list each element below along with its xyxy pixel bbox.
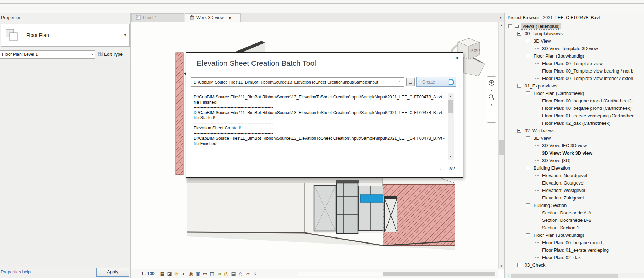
view-scale[interactable]: 1 : 100 — [141, 271, 155, 276]
shadows-icon[interactable]: ◐ — [181, 271, 187, 277]
tree-item[interactable]: Floor Plan (Bouwkundig) — [505, 231, 644, 239]
tree-item[interactable]: Floor Plan: 00_begane grond (Carthotheek… — [505, 97, 644, 105]
close-icon[interactable]: × — [229, 15, 232, 21]
tab-list-dropdown-icon[interactable]: ▾ — [499, 15, 502, 20]
tree-item[interactable]: Section: Section 1 — [505, 224, 644, 231]
hide-analytical-model-icon[interactable]: ◇ — [238, 271, 244, 277]
scroll-down-icon[interactable]: ▼ — [499, 263, 504, 269]
temporary-view-properties-icon[interactable]: ▤ — [231, 271, 237, 277]
log-scrollbar[interactable]: ▲ ▼ — [448, 93, 454, 160]
temporary-hide-isolate-icon[interactable]: ∞ — [216, 271, 222, 277]
tree-item[interactable]: Floor Plan: 02_dak (Carthotheek) — [505, 119, 644, 127]
tree-item[interactable]: Floor Plan: 01_eerste verdieping (Cartho… — [505, 112, 644, 119]
type-selector[interactable]: Floor Plan ▾ — [1, 24, 130, 47]
browse-button[interactable]: ... — [406, 78, 415, 86]
properties-panel: Properties Floor Plan ▾ Floor Plan: Leve… — [0, 13, 131, 278]
crop-view-icon[interactable]: ▣ — [195, 271, 201, 277]
tree-item[interactable]: Section: Doorsnede A-A — [505, 209, 644, 216]
tree-item[interactable]: 00_Templateviews — [505, 30, 644, 37]
tree-item[interactable]: Floor Plan: 00_Template view — [505, 60, 644, 67]
canvas-horizontal-scrollbar[interactable] — [298, 272, 496, 276]
zoom-icon[interactable] — [488, 94, 495, 102]
tree-item[interactable]: 3D View: Work 3D view — [505, 149, 644, 157]
instance-selector[interactable]: Floor Plan: Level 1 ▾ — [0, 50, 95, 59]
chevron-down-icon[interactable]: ▾ — [491, 104, 492, 106]
tree-item[interactable]: Elevation: Zuidgevel — [505, 194, 644, 202]
lock-view-icon[interactable]: ◫ — [209, 271, 215, 277]
control-bar-expand-arrow[interactable]: < — [254, 271, 256, 276]
tree-item[interactable]: Floor Plan: 01_eerste verdieping — [505, 246, 644, 254]
tree-item[interactable]: Elevation: Oostgevel — [505, 179, 644, 187]
tree-item[interactable]: Floor Plan: 00_Template view interior / … — [505, 75, 644, 82]
scroll-up-icon[interactable]: ▲ — [499, 22, 504, 28]
tree-item[interactable]: Views (Tekenplus) — [505, 22, 644, 30]
tree-item-label: Floor Plan: 00_begane grond (Carthotheek… — [541, 98, 634, 104]
tree-item[interactable]: Floor Plan (Bouwkundig) — [505, 52, 644, 60]
collapse-icon[interactable] — [517, 32, 521, 36]
steering-wheel-icon[interactable] — [488, 80, 495, 87]
tree-item[interactable]: 03_Check — [505, 261, 644, 269]
canvas-vertical-scrollbar[interactable]: ▲ ▼ — [498, 22, 504, 269]
tree-item[interactable]: 01_Exportviews — [505, 82, 644, 90]
edit-type-button[interactable]: Edit Type — [98, 52, 123, 57]
tree-item[interactable]: Elevation: Westgevel — [505, 187, 644, 194]
model-view-canvas[interactable]: FRONT ▾ ▾ Elevation Sheet Creation Batch… — [131, 22, 504, 278]
scrollbar-thumb[interactable] — [499, 140, 504, 155]
collapse-icon[interactable] — [526, 166, 530, 170]
scroll-up-icon[interactable]: ▲ — [448, 93, 454, 99]
properties-help-link[interactable]: Properties help — [1, 269, 31, 274]
tree-item[interactable]: Floor Plan: 00_begane grond — [505, 239, 644, 246]
collapse-icon[interactable] — [526, 54, 530, 58]
show-crop-region-icon[interactable]: ▭ — [202, 271, 208, 277]
detail-level-icon[interactable]: ▦ — [159, 271, 166, 277]
tree-item[interactable]: 3D View — [505, 134, 644, 142]
scrollbar-thumb[interactable] — [448, 100, 453, 113]
tree-item[interactable]: Floor Plan (Carthotheek) — [505, 90, 644, 97]
close-icon[interactable]: × — [455, 54, 459, 62]
collapse-icon[interactable] — [526, 91, 530, 95]
tab-work-3d-view[interactable]: Work 3D view × — [185, 13, 241, 22]
visual-style-icon[interactable]: ◪ — [167, 271, 173, 277]
tree-item[interactable]: Floor Plan: 00_begane grond (Carthotheek… — [505, 105, 644, 112]
collapse-icon[interactable] — [517, 84, 521, 88]
tree-item-label: Floor Plan: 02_dak (Carthotheek) — [541, 120, 611, 126]
navigation-bar: ▾ ▾ — [487, 76, 496, 123]
tree-item[interactable]: Section: Doorsnede B-B — [505, 216, 644, 224]
browser-horizontal-scrollbar[interactable]: ◂ — [505, 273, 644, 278]
tree-item[interactable]: 02_Workviews — [505, 127, 644, 134]
create-button[interactable]: Create — [416, 77, 456, 87]
chevron-down-icon[interactable]: ▾ — [491, 90, 492, 92]
collapse-icon[interactable] — [508, 24, 512, 28]
sun-path-icon[interactable]: ☀ — [174, 271, 180, 277]
scroll-left-icon[interactable]: ◂ — [505, 274, 510, 277]
tree-item[interactable]: 3D View: Template 3D view — [505, 45, 644, 52]
chevron-down-icon[interactable]: ▾ — [124, 33, 126, 37]
tree-item[interactable]: 3D View: IFC 3D view — [505, 142, 644, 149]
chevron-down-icon: ▾ — [91, 53, 93, 56]
tree-item[interactable]: Floor Plan: 00_Template view bearing / n… — [505, 67, 644, 75]
tree-item[interactable]: Floor Plan: 02_dak — [505, 254, 644, 261]
collapse-icon[interactable] — [517, 263, 521, 267]
scrollbar-thumb[interactable] — [511, 274, 618, 278]
rendering-icon[interactable]: ◉ — [188, 271, 194, 277]
tree-item[interactable]: Building Elevation — [505, 164, 644, 172]
tab-level-1[interactable]: Level 1 — [131, 13, 184, 22]
clear-input-icon[interactable]: × — [399, 79, 401, 84]
tree-item-label: Elevation: Westgevel — [541, 187, 586, 193]
tree-item[interactable]: Building Section — [505, 202, 644, 209]
input-path-field[interactable] — [191, 77, 404, 87]
apply-button[interactable]: Apply — [96, 268, 129, 277]
collapse-icon[interactable] — [526, 39, 530, 43]
collapse-icon[interactable] — [526, 233, 530, 237]
dialog-log-box[interactable]: D:\CapBIM Source Files\11_BimBot Ribbon\… — [191, 93, 454, 160]
scrollbar-thumb[interactable] — [383, 272, 495, 276]
tree-item[interactable]: 3D View — [505, 37, 644, 45]
tree-item[interactable]: Elevation: Noordgevel — [505, 172, 644, 179]
collapse-icon[interactable] — [526, 136, 530, 140]
scroll-down-icon[interactable]: ▼ — [448, 154, 454, 160]
collapse-icon[interactable] — [517, 129, 521, 133]
reveal-hidden-elements-icon[interactable]: ◎ — [223, 271, 229, 277]
tree-item[interactable]: 3D View: {3D} — [505, 157, 644, 164]
constraints-icon[interactable]: ▱ — [245, 271, 251, 277]
collapse-icon[interactable] — [526, 203, 530, 207]
